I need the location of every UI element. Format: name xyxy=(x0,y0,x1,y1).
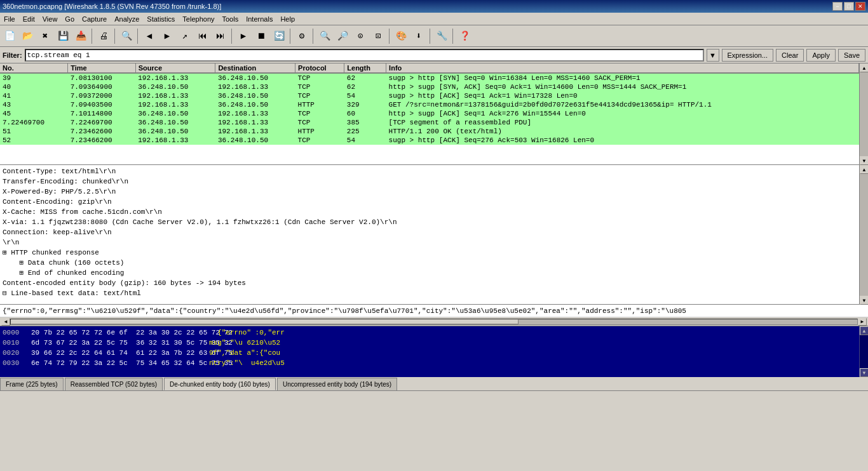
filter-bar: Filter: ▼ Expression... Clear Apply Save xyxy=(0,47,868,63)
menu-telephony[interactable]: Telephony xyxy=(179,14,218,24)
detail-line: Content-encoded entity body (gzip): 160 … xyxy=(3,278,857,288)
col-no: No. xyxy=(0,63,68,73)
packet-list-scrollbar[interactable]: ▲ ▼ xyxy=(859,63,868,165)
capture-start-button[interactable]: ▶ xyxy=(235,28,252,44)
menu-file[interactable]: File xyxy=(0,14,19,24)
toolbar-sep4 xyxy=(231,29,233,44)
close-button[interactable]: ✕ xyxy=(855,2,865,11)
open-button[interactable]: 📂 xyxy=(19,28,36,44)
hex-area[interactable]: 0000 20 7b 22 65 72 72 6e 6f 22 3a 30 2c… xyxy=(0,326,859,377)
long-text-row: {"errno":0,"errmsg":"\u6210\u529f","data… xyxy=(0,305,868,317)
bottom-tab-0[interactable]: Frame (225 bytes) xyxy=(0,378,64,390)
menu-internals[interactable]: Internals xyxy=(242,14,276,24)
edit-preferences-button[interactable]: 🔧 xyxy=(433,28,450,44)
forward-button[interactable]: ▶ xyxy=(159,28,175,44)
table-row[interactable]: 457.1011480036.248.10.50192.168.1.33TCP6… xyxy=(0,109,859,118)
scroll-down-arrow[interactable]: ▼ xyxy=(860,156,868,165)
maximize-button[interactable]: □ xyxy=(844,2,854,11)
menu-help[interactable]: Help xyxy=(276,14,299,24)
menu-bar: File Edit View Go Capture Analyze Statis… xyxy=(0,13,868,25)
table-row[interactable]: 397.08130100192.168.1.3336.248.10.50TCP6… xyxy=(0,73,859,83)
hscroll-track[interactable] xyxy=(10,319,858,325)
scroll-track[interactable] xyxy=(860,72,868,156)
capture-stop-button[interactable]: ⏹ xyxy=(253,28,269,44)
detail-line: Connection: keep-alive\r\n xyxy=(3,227,857,237)
capture-restart-button[interactable]: 🔄 xyxy=(271,28,287,44)
hex-scrollbar[interactable]: ▲ ▼ xyxy=(859,326,868,377)
hscroll-right[interactable]: ▶ xyxy=(858,318,867,326)
packet-table-body: 397.08130100192.168.1.3336.248.10.50TCP6… xyxy=(0,73,859,145)
menu-tools[interactable]: Tools xyxy=(219,14,243,24)
table-row[interactable]: 517.2346260036.248.10.50192.168.1.33HTTP… xyxy=(0,127,859,136)
bottom-tab-3[interactable]: Uncompressed entity body (194 bytes) xyxy=(277,378,397,390)
minimize-button[interactable]: − xyxy=(832,2,843,11)
auto-scroll-button[interactable]: ⬇ xyxy=(410,28,427,44)
first-button[interactable]: ⏮ xyxy=(194,28,211,44)
save-as-button[interactable]: 📥 xyxy=(72,28,89,44)
save-button[interactable]: Save xyxy=(838,49,865,62)
table-row[interactable]: 417.09372000192.168.1.3336.248.10.50TCP5… xyxy=(0,91,859,100)
packet-list-container: No. Time Source Destination Protocol Len… xyxy=(0,63,868,165)
detail-scroll-up[interactable]: ▲ xyxy=(860,165,868,174)
colorize-button[interactable]: 🎨 xyxy=(393,28,409,44)
col-time: Time xyxy=(68,63,136,73)
menu-edit[interactable]: Edit xyxy=(19,14,39,24)
zoom-fit-button[interactable]: ⊡ xyxy=(370,28,386,44)
table-row[interactable]: 437.09403500192.168.1.3336.248.10.50HTTP… xyxy=(0,100,859,109)
bottom-tab-2[interactable]: De-chunked entity body (160 bytes) xyxy=(164,378,276,390)
hex-line: 0010 6d 73 67 22 3a 22 5c 75 36 32 31 30… xyxy=(3,338,857,348)
toolbar-sep2 xyxy=(114,29,116,44)
close-button2[interactable]: ✖ xyxy=(37,28,53,44)
scroll-up-arrow[interactable]: ▲ xyxy=(860,63,868,72)
menu-capture[interactable]: Capture xyxy=(78,14,111,24)
detail-line: X-Cache: MISS from cache.51cdn.com\r\n xyxy=(3,207,857,217)
menu-view[interactable]: View xyxy=(39,14,62,24)
horizontal-scrollbar[interactable]: ◀ ▶ xyxy=(0,317,868,326)
menu-statistics[interactable]: Statistics xyxy=(143,14,179,24)
detail-line: Content-Type: text/html\r\n xyxy=(3,166,857,176)
hscroll-left[interactable]: ◀ xyxy=(1,318,10,326)
find-button[interactable]: 🔍 xyxy=(118,28,135,44)
packet-detail[interactable]: Content-Type: text/html\r\nTransfer-Enco… xyxy=(0,165,859,305)
long-text-content: {"errno":0,"errmsg":"\u6210\u529f","data… xyxy=(3,307,865,315)
filter-dropdown-button[interactable]: ▼ xyxy=(707,49,719,62)
hscroll-thumb[interactable] xyxy=(11,319,519,324)
detail-line: \r\n xyxy=(3,237,857,248)
col-source: Source xyxy=(135,63,215,73)
goto-button[interactable]: ↗ xyxy=(177,28,193,44)
apply-button[interactable]: Apply xyxy=(806,49,836,62)
menu-go[interactable]: Go xyxy=(61,14,78,24)
last-button[interactable]: ⏭ xyxy=(212,28,229,44)
table-row[interactable]: 407.0936490036.248.10.50192.168.1.33TCP6… xyxy=(0,83,859,91)
help-button[interactable]: ❓ xyxy=(456,28,473,44)
table-row[interactable]: 527.23466200192.168.1.3336.248.10.50TCP5… xyxy=(0,136,859,145)
clear-button[interactable]: Clear xyxy=(776,49,804,62)
packet-table: No. Time Source Destination Protocol Len… xyxy=(0,63,859,145)
capture-options-button[interactable]: ⚙ xyxy=(294,28,310,44)
detail-scroll-track[interactable] xyxy=(860,174,868,296)
hex-scroll-track[interactable] xyxy=(860,335,868,368)
zoom-in-button[interactable]: 🔍 xyxy=(316,28,333,44)
filter-input[interactable] xyxy=(25,49,704,62)
toolbar-sep3 xyxy=(137,29,139,44)
hex-scroll-down[interactable]: ▼ xyxy=(860,368,868,377)
bottom-tab-1[interactable]: Reassembled TCP (502 bytes) xyxy=(65,378,163,390)
print-button[interactable]: 🖨 xyxy=(95,28,112,44)
hex-line: 0000 20 7b 22 65 72 72 6e 6f 22 3a 30 2c… xyxy=(3,328,857,338)
save-button[interactable]: 💾 xyxy=(55,28,71,44)
detail-scrollbar[interactable]: ▲ ▼ xyxy=(859,165,868,305)
zoom-out-button[interactable]: 🔎 xyxy=(334,28,351,44)
expression-button[interactable]: Expression... xyxy=(722,49,774,62)
new-capture-button[interactable]: 📄 xyxy=(1,28,18,44)
detail-line: ⊞ HTTP chunked response xyxy=(3,248,857,258)
menu-analyze[interactable]: Analyze xyxy=(111,14,143,24)
zoom-reset-button[interactable]: ⊙ xyxy=(352,28,369,44)
hex-line: 0030 6e 74 72 79 22 3a 22 5c 75 34 65 32… xyxy=(3,358,857,368)
hex-line: 0020 39 66 22 2c 22 64 61 74 61 22 3a 7b… xyxy=(3,348,857,358)
packet-list[interactable]: No. Time Source Destination Protocol Len… xyxy=(0,63,859,165)
hex-scroll-up[interactable]: ▲ xyxy=(860,326,868,335)
table-row[interactable]: 7.224697007.2246970036.248.10.50192.168.… xyxy=(0,118,859,127)
back-button[interactable]: ◀ xyxy=(141,28,158,44)
detail-line: X-via: 1.1 fjqzwt238:8080 (Cdn Cache Ser… xyxy=(3,217,857,227)
detail-scroll-down[interactable]: ▼ xyxy=(860,296,868,305)
